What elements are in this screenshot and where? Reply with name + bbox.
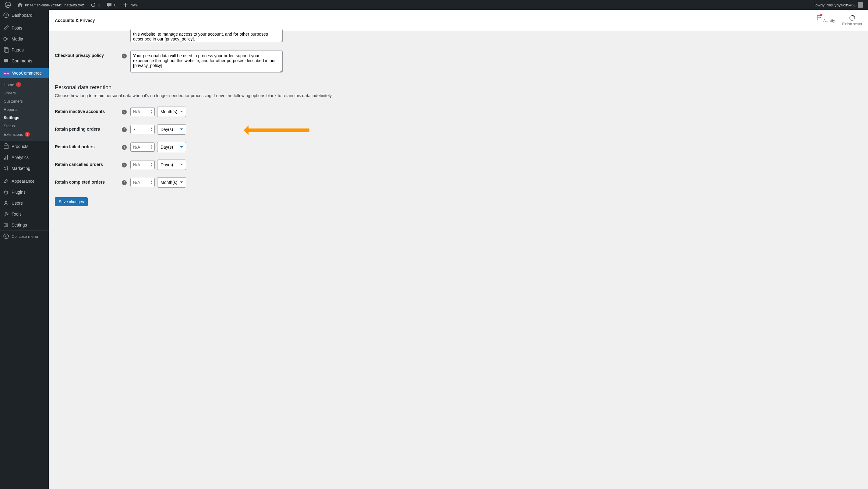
retention-section-title: Personal data retention — [55, 84, 862, 91]
site-name-link[interactable]: unselfish-seal-2cef45.instawp.xyz — [14, 0, 87, 10]
menu-users[interactable]: Users — [0, 198, 49, 208]
inactive-accounts-label: Retain inactive accounts — [55, 106, 122, 114]
submenu-extensions[interactable]: Extensions1 — [0, 130, 49, 138]
number-stepper[interactable]: ▲▼ — [149, 127, 154, 132]
menu-analytics[interactable]: Analytics — [0, 152, 49, 163]
help-tip-icon[interactable]: ? — [122, 145, 127, 150]
submenu-home[interactable]: Home4 — [0, 80, 49, 89]
menu-posts[interactable]: Posts — [0, 23, 49, 33]
menu-dashboard[interactable]: Dashboard — [0, 10, 49, 21]
cancelled-orders-label: Retain cancelled orders — [55, 160, 122, 167]
page-header: Accounts & Privacy Activity Finish setup — [49, 10, 868, 31]
woo-icon: woo — [3, 71, 10, 75]
menu-woocommerce[interactable]: wooWooCommerce — [0, 68, 49, 78]
menu-appearance[interactable]: Appearance — [0, 176, 49, 187]
svg-point-2 — [6, 15, 7, 16]
svg-point-10 — [5, 201, 7, 203]
retention-section-desc: Choose how long to retain personal data … — [55, 93, 862, 98]
updates-link[interactable]: 1 — [88, 0, 103, 10]
failed-orders-unit[interactable]: Day(s) — [157, 142, 186, 152]
page-title: Accounts & Privacy — [55, 18, 95, 23]
menu-settings[interactable]: Settings — [0, 220, 49, 230]
svg-rect-8 — [5, 157, 6, 160]
svg-rect-6 — [4, 145, 8, 149]
menu-tools[interactable]: Tools — [0, 208, 49, 220]
progress-ring-icon — [849, 14, 856, 21]
number-stepper[interactable]: ▲▼ — [149, 162, 154, 167]
completed-orders-label: Retain completed orders — [55, 177, 122, 185]
svg-point-3 — [4, 37, 7, 40]
extensions-badge: 1 — [25, 132, 30, 137]
new-content-link[interactable]: New — [120, 0, 141, 10]
help-tip-icon[interactable]: ? — [122, 54, 127, 59]
menu-comments[interactable]: Comments — [0, 56, 49, 66]
menu-products[interactable]: Products — [0, 141, 49, 152]
menu-plugins[interactable]: Plugins — [0, 187, 49, 198]
inactive-accounts-unit[interactable]: Month(s) — [157, 106, 186, 117]
highlight-arrow-icon — [244, 125, 309, 135]
collapse-menu[interactable]: Collapse menu — [0, 230, 49, 242]
svg-point-17 — [4, 234, 8, 239]
svg-rect-9 — [7, 155, 8, 160]
pending-orders-unit[interactable]: Day(s) — [157, 124, 186, 135]
completed-orders-unit[interactable]: Month(s) — [157, 177, 186, 188]
submenu-orders[interactable]: Orders — [0, 89, 49, 97]
help-tip-icon[interactable]: ? — [122, 180, 127, 185]
number-stepper[interactable]: ▲▼ — [149, 144, 154, 150]
finish-setup-button[interactable]: Finish setup — [842, 14, 862, 26]
pending-orders-label: Retain pending orders — [55, 124, 122, 132]
number-stepper[interactable]: ▲▼ — [149, 109, 154, 114]
comments-link[interactable]: 0 — [104, 0, 119, 10]
submenu-customers[interactable]: Customers — [0, 97, 49, 105]
submenu-reports[interactable]: Reports — [0, 105, 49, 113]
save-button[interactable]: Save changes — [55, 197, 88, 206]
svg-rect-5 — [5, 48, 8, 53]
svg-point-15 — [6, 224, 8, 226]
content-area: Accounts & Privacy Activity Finish setup — [49, 10, 868, 489]
checkout-privacy-label: Checkout privacy policy — [55, 51, 122, 58]
howdy-account[interactable]: Howdy, ruguyoyeku5461 — [810, 0, 866, 10]
activity-dot-icon — [820, 14, 822, 16]
svg-rect-7 — [4, 158, 5, 160]
number-stepper[interactable]: ▲▼ — [149, 180, 154, 185]
failed-orders-label: Retain failed orders — [55, 142, 122, 149]
admin-sidebar: Dashboard Posts Media Pages Comments woo… — [0, 10, 49, 489]
woo-submenu: Home4 Orders Customers Reports Settings … — [0, 78, 49, 141]
wp-logo[interactable] — [2, 0, 13, 10]
cancelled-orders-unit[interactable]: Day(s) — [157, 160, 186, 170]
svg-point-16 — [5, 226, 6, 227]
menu-media[interactable]: Media — [0, 33, 49, 44]
submenu-status[interactable]: Status — [0, 122, 49, 130]
checkout-privacy-textarea[interactable] — [130, 51, 283, 72]
submenu-settings[interactable]: Settings — [0, 113, 49, 122]
avatar — [858, 2, 863, 8]
help-tip-icon[interactable]: ? — [122, 109, 127, 115]
help-tip-icon[interactable]: ? — [122, 127, 127, 132]
activity-button[interactable]: Activity — [816, 14, 835, 26]
menu-pages[interactable]: Pages — [0, 44, 49, 56]
svg-point-14 — [5, 223, 6, 224]
help-tip-icon[interactable]: ? — [122, 163, 127, 167]
registration-privacy-textarea[interactable] — [130, 29, 283, 42]
menu-marketing[interactable]: Marketing — [0, 163, 49, 174]
wp-adminbar: unselfish-seal-2cef45.instawp.xyz 1 0 Ne… — [0, 0, 868, 10]
home-badge: 4 — [16, 82, 21, 87]
